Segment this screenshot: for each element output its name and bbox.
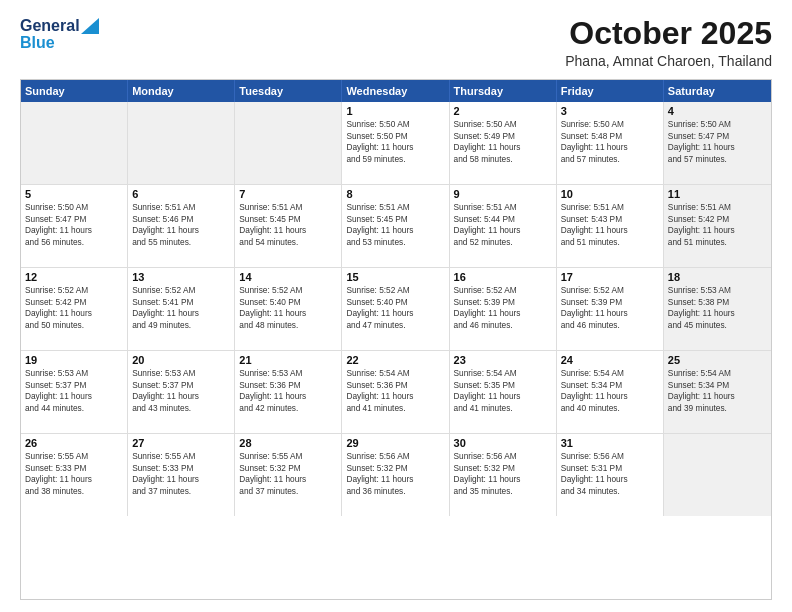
cell-info-line: and 56 minutes. [25, 237, 123, 249]
cell-info-line: and 42 minutes. [239, 403, 337, 415]
cell-info-line: Sunset: 5:42 PM [668, 214, 767, 226]
main-title: October 2025 [565, 16, 772, 51]
cell-info-line: Sunset: 5:32 PM [239, 463, 337, 475]
weekday-header: Wednesday [342, 80, 449, 102]
cell-info-line: and 49 minutes. [132, 320, 230, 332]
day-number: 23 [454, 354, 552, 366]
cell-info-line: Sunset: 5:45 PM [239, 214, 337, 226]
day-number: 28 [239, 437, 337, 449]
day-number: 14 [239, 271, 337, 283]
cell-info-line: and 45 minutes. [668, 320, 767, 332]
logo: General Blue [20, 16, 99, 52]
cell-info-line: and 35 minutes. [454, 486, 552, 498]
cell-info-line: Daylight: 11 hours [668, 142, 767, 154]
day-number: 25 [668, 354, 767, 366]
day-number: 21 [239, 354, 337, 366]
cell-info-line: Sunrise: 5:56 AM [561, 451, 659, 463]
cell-info-line: Sunrise: 5:53 AM [132, 368, 230, 380]
day-number: 27 [132, 437, 230, 449]
calendar-cell: 31Sunrise: 5:56 AMSunset: 5:31 PMDayligh… [557, 434, 664, 516]
calendar: SundayMondayTuesdayWednesdayThursdayFrid… [20, 79, 772, 600]
day-number: 6 [132, 188, 230, 200]
day-number: 24 [561, 354, 659, 366]
page: General Blue October 2025 Phana, Amnat C… [0, 0, 792, 612]
day-number: 22 [346, 354, 444, 366]
cell-info-line: Sunrise: 5:50 AM [668, 119, 767, 131]
cell-info-line: Daylight: 11 hours [25, 474, 123, 486]
cell-info-line: Daylight: 11 hours [132, 391, 230, 403]
cell-info-line: Sunrise: 5:55 AM [239, 451, 337, 463]
cell-info-line: Sunrise: 5:52 AM [25, 285, 123, 297]
cell-info-line: Sunrise: 5:52 AM [239, 285, 337, 297]
svg-marker-0 [81, 18, 99, 34]
cell-info-line: Sunset: 5:39 PM [561, 297, 659, 309]
cell-info-line: Sunset: 5:40 PM [346, 297, 444, 309]
cell-info-line: Daylight: 11 hours [454, 474, 552, 486]
cell-info-line: Sunset: 5:33 PM [132, 463, 230, 475]
calendar-cell: 9Sunrise: 5:51 AMSunset: 5:44 PMDaylight… [450, 185, 557, 267]
cell-info-line: Sunrise: 5:50 AM [454, 119, 552, 131]
calendar-cell: 1Sunrise: 5:50 AMSunset: 5:50 PMDaylight… [342, 102, 449, 184]
day-number: 5 [25, 188, 123, 200]
calendar-cell: 17Sunrise: 5:52 AMSunset: 5:39 PMDayligh… [557, 268, 664, 350]
cell-info-line: Sunrise: 5:53 AM [668, 285, 767, 297]
cell-info-line: Sunset: 5:36 PM [239, 380, 337, 392]
calendar-cell: 19Sunrise: 5:53 AMSunset: 5:37 PMDayligh… [21, 351, 128, 433]
cell-info-line: Daylight: 11 hours [561, 142, 659, 154]
cell-info-line: Daylight: 11 hours [561, 308, 659, 320]
cell-info-line: Sunset: 5:35 PM [454, 380, 552, 392]
cell-info-line: Sunset: 5:47 PM [668, 131, 767, 143]
calendar-cell: 22Sunrise: 5:54 AMSunset: 5:36 PMDayligh… [342, 351, 449, 433]
calendar-cell: 25Sunrise: 5:54 AMSunset: 5:34 PMDayligh… [664, 351, 771, 433]
cell-info-line: Sunset: 5:31 PM [561, 463, 659, 475]
logo-triangle-icon [81, 18, 99, 34]
cell-info-line: Sunset: 5:36 PM [346, 380, 444, 392]
cell-info-line: Sunrise: 5:55 AM [132, 451, 230, 463]
cell-info-line: Daylight: 11 hours [239, 225, 337, 237]
cell-info-line: Sunset: 5:37 PM [25, 380, 123, 392]
cell-info-line: and 37 minutes. [132, 486, 230, 498]
calendar-cell: 2Sunrise: 5:50 AMSunset: 5:49 PMDaylight… [450, 102, 557, 184]
cell-info-line: Daylight: 11 hours [239, 308, 337, 320]
calendar-cell: 11Sunrise: 5:51 AMSunset: 5:42 PMDayligh… [664, 185, 771, 267]
cell-info-line: Sunrise: 5:53 AM [25, 368, 123, 380]
day-number: 15 [346, 271, 444, 283]
cell-info-line: and 53 minutes. [346, 237, 444, 249]
day-number: 8 [346, 188, 444, 200]
cell-info-line: Daylight: 11 hours [346, 391, 444, 403]
calendar-cell: 12Sunrise: 5:52 AMSunset: 5:42 PMDayligh… [21, 268, 128, 350]
cell-info-line: Daylight: 11 hours [132, 474, 230, 486]
cell-info-line: Sunset: 5:42 PM [25, 297, 123, 309]
cell-info-line: Sunrise: 5:56 AM [346, 451, 444, 463]
cell-info-line: Sunrise: 5:51 AM [561, 202, 659, 214]
calendar-cell [21, 102, 128, 184]
cell-info-line: and 57 minutes. [561, 154, 659, 166]
weekday-header: Monday [128, 80, 235, 102]
cell-info-line: Daylight: 11 hours [346, 142, 444, 154]
calendar-week: 19Sunrise: 5:53 AMSunset: 5:37 PMDayligh… [21, 351, 771, 434]
calendar-cell: 14Sunrise: 5:52 AMSunset: 5:40 PMDayligh… [235, 268, 342, 350]
calendar-week: 12Sunrise: 5:52 AMSunset: 5:42 PMDayligh… [21, 268, 771, 351]
cell-info-line: and 57 minutes. [668, 154, 767, 166]
day-number: 31 [561, 437, 659, 449]
calendar-week: 26Sunrise: 5:55 AMSunset: 5:33 PMDayligh… [21, 434, 771, 516]
cell-info-line: and 51 minutes. [561, 237, 659, 249]
day-number: 19 [25, 354, 123, 366]
cell-info-line: Sunset: 5:43 PM [561, 214, 659, 226]
day-number: 1 [346, 105, 444, 117]
cell-info-line: Sunrise: 5:54 AM [668, 368, 767, 380]
cell-info-line: and 41 minutes. [454, 403, 552, 415]
cell-info-line: Sunset: 5:34 PM [561, 380, 659, 392]
day-number: 9 [454, 188, 552, 200]
calendar-body: 1Sunrise: 5:50 AMSunset: 5:50 PMDaylight… [21, 102, 771, 516]
cell-info-line: Sunset: 5:41 PM [132, 297, 230, 309]
cell-info-line: Daylight: 11 hours [25, 391, 123, 403]
day-number: 3 [561, 105, 659, 117]
calendar-cell: 29Sunrise: 5:56 AMSunset: 5:32 PMDayligh… [342, 434, 449, 516]
calendar-cell [235, 102, 342, 184]
cell-info-line: Sunrise: 5:50 AM [25, 202, 123, 214]
cell-info-line: Sunrise: 5:53 AM [239, 368, 337, 380]
calendar-cell: 18Sunrise: 5:53 AMSunset: 5:38 PMDayligh… [664, 268, 771, 350]
cell-info-line: and 40 minutes. [561, 403, 659, 415]
cell-info-line: Daylight: 11 hours [454, 391, 552, 403]
